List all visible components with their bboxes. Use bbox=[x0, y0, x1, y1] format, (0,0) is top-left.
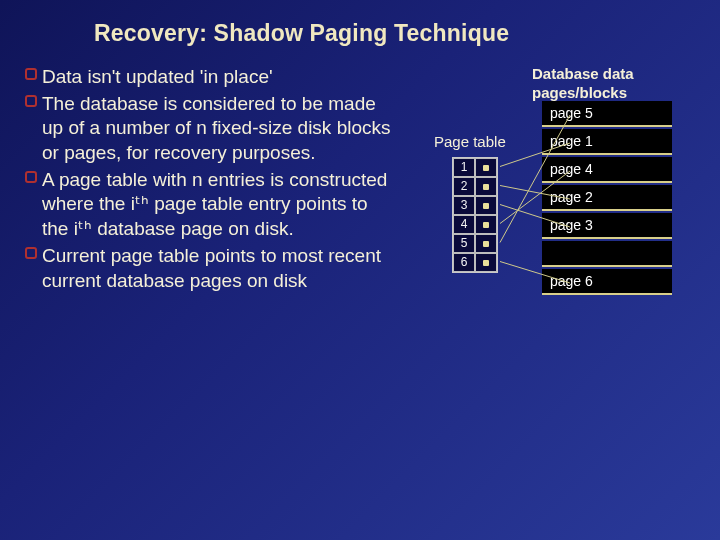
db-block-empty bbox=[542, 241, 672, 267]
page-table-pointer bbox=[475, 253, 497, 272]
page-table-pointer bbox=[475, 215, 497, 234]
page-table-row: 6 bbox=[453, 253, 497, 272]
page-table-pointer bbox=[475, 234, 497, 253]
bullet-icon bbox=[24, 246, 42, 293]
bullet-icon bbox=[24, 67, 42, 90]
bullet-column: Data isn't updated 'in place'The databas… bbox=[24, 65, 394, 295]
page-table-index: 1 bbox=[453, 158, 475, 177]
page-table: 123456 bbox=[452, 157, 498, 273]
bullet-item: Data isn't updated 'in place' bbox=[24, 65, 394, 90]
page-table-pointer bbox=[475, 196, 497, 215]
svg-rect-3 bbox=[26, 248, 36, 258]
db-block: page 5 bbox=[542, 101, 672, 127]
page-table-row: 1 bbox=[453, 158, 497, 177]
bullet-icon bbox=[24, 170, 42, 242]
db-block: page 6 bbox=[542, 269, 672, 295]
page-table-index: 5 bbox=[453, 234, 475, 253]
bullet-item: The database is considered to be made up… bbox=[24, 92, 394, 166]
bullet-item: A page table with n entries is construct… bbox=[24, 168, 394, 242]
page-table-row: 5 bbox=[453, 234, 497, 253]
slide: Recovery: Shadow Paging Technique Data i… bbox=[0, 0, 720, 540]
page-table-index: 4 bbox=[453, 215, 475, 234]
svg-rect-2 bbox=[26, 172, 36, 182]
diagram-area: Database data pages/blocks Page table 12… bbox=[394, 65, 696, 295]
svg-rect-0 bbox=[26, 69, 36, 79]
page-table-row: 4 bbox=[453, 215, 497, 234]
page-table-row: 3 bbox=[453, 196, 497, 215]
db-blocks-heading: Database data pages/blocks bbox=[532, 65, 672, 103]
db-blocks: page 5page 1page 4page 2page 3page 6 bbox=[542, 101, 672, 297]
bullet-icon bbox=[24, 94, 42, 166]
bullet-text: Current page table points to most recent… bbox=[42, 244, 394, 293]
bullet-list: Data isn't updated 'in place'The databas… bbox=[24, 65, 394, 293]
db-block: page 1 bbox=[542, 129, 672, 155]
db-block: page 2 bbox=[542, 185, 672, 211]
page-table-pointer bbox=[475, 177, 497, 196]
slide-title: Recovery: Shadow Paging Technique bbox=[94, 20, 696, 47]
content-area: Data isn't updated 'in place'The databas… bbox=[24, 65, 696, 295]
page-table-heading: Page table bbox=[434, 133, 506, 150]
page-table-index: 2 bbox=[453, 177, 475, 196]
page-table-index: 6 bbox=[453, 253, 475, 272]
bullet-item: Current page table points to most recent… bbox=[24, 244, 394, 293]
svg-rect-1 bbox=[26, 96, 36, 106]
db-block: page 3 bbox=[542, 213, 672, 239]
page-table-index: 3 bbox=[453, 196, 475, 215]
bullet-text: A page table with n entries is construct… bbox=[42, 168, 394, 242]
bullet-text: Data isn't updated 'in place' bbox=[42, 65, 394, 90]
db-block: page 4 bbox=[542, 157, 672, 183]
page-table-pointer bbox=[475, 158, 497, 177]
bullet-text: The database is considered to be made up… bbox=[42, 92, 394, 166]
page-table-row: 2 bbox=[453, 177, 497, 196]
